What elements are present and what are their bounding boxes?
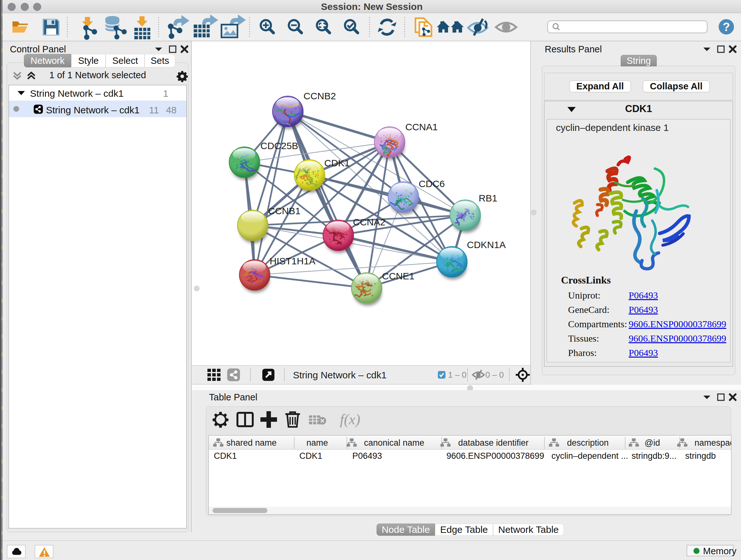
svg-text:f(x): f(x) <box>340 411 360 428</box>
svg-text:name: name <box>307 438 328 448</box>
svg-text:@id: @id <box>645 438 660 448</box>
svg-text:RB1: RB1 <box>479 193 497 203</box>
svg-text:CDKN1A: CDKN1A <box>467 240 506 250</box>
svg-text:shared name: shared name <box>226 438 277 448</box>
svg-text:CDK1: CDK1 <box>324 158 350 168</box>
svg-text:CDC25B: CDC25B <box>260 140 298 151</box>
svg-text:namespace: namespace <box>694 438 731 448</box>
svg-text:1 – 0: 1 – 0 <box>448 370 467 380</box>
svg-text:CCNA1: CCNA1 <box>405 122 438 132</box>
svg-text:canonical name: canonical name <box>364 438 424 448</box>
svg-text:description: description <box>567 438 609 448</box>
svg-text:database identifier: database identifier <box>458 438 529 448</box>
svg-text:CCNB1: CCNB1 <box>268 206 300 216</box>
svg-text:String Network – cdk1: String Network – cdk1 <box>293 370 387 380</box>
svg-text:HIST1H1A: HIST1H1A <box>270 256 315 266</box>
svg-text:CCNE1: CCNE1 <box>382 271 414 281</box>
svg-text:0 – 0: 0 – 0 <box>485 370 504 380</box>
svg-text:CCNB2: CCNB2 <box>304 91 336 101</box>
svg-text:?: ? <box>723 20 730 34</box>
svg-text:CCNA2: CCNA2 <box>353 217 386 227</box>
svg-text:CDC6: CDC6 <box>419 179 445 189</box>
